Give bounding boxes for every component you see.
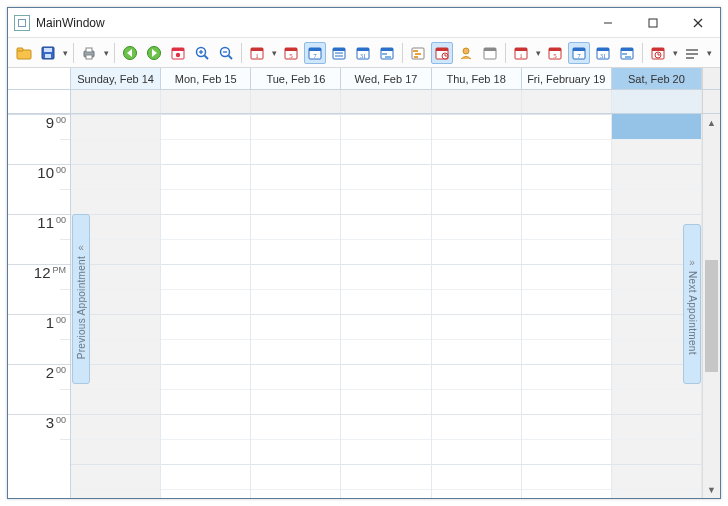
allday-cell[interactable] — [251, 90, 341, 113]
toolbar-separator — [505, 43, 506, 63]
more-views-icon[interactable] — [681, 42, 703, 64]
svg-rect-78 — [686, 53, 698, 55]
time-label: 1100 — [8, 214, 70, 264]
vertical-scrollbar[interactable]: ▲ ▼ — [702, 114, 720, 498]
svg-rect-42 — [382, 53, 387, 55]
workweek-view-icon[interactable]: 5 — [280, 42, 302, 64]
print-icon[interactable] — [78, 42, 100, 64]
svg-rect-41 — [381, 48, 393, 51]
svg-rect-79 — [686, 57, 694, 59]
allday-cell[interactable] — [432, 90, 522, 113]
svg-rect-71 — [625, 56, 631, 58]
prev-appointment-label: Previous Appointment — [76, 256, 87, 359]
svg-rect-57 — [515, 48, 527, 51]
week-view-icon[interactable]: 7 — [304, 42, 326, 64]
close-button[interactable] — [675, 8, 720, 37]
scrollbar-header-spacer — [702, 68, 720, 89]
svg-text:7: 7 — [313, 52, 317, 60]
svg-point-16 — [176, 52, 180, 56]
scrollbar-allday-spacer — [702, 90, 720, 113]
day-header[interactable]: Fri, February 19 — [522, 68, 612, 89]
zoom-out-icon[interactable] — [215, 42, 237, 64]
timeline-view-icon[interactable] — [376, 42, 398, 64]
day-header[interactable]: Thu, Feb 18 — [432, 68, 522, 89]
goto-today-icon[interactable] — [167, 42, 189, 64]
svg-line-18 — [205, 55, 209, 59]
day-header[interactable]: Wed, Feb 17 — [341, 68, 431, 89]
day-column[interactable] — [341, 114, 431, 498]
time-scale-icon-dropdown[interactable]: ▾ — [670, 48, 680, 58]
svg-rect-60 — [549, 48, 561, 51]
svg-rect-49 — [436, 48, 448, 51]
allday-cell[interactable] — [161, 90, 251, 113]
day-header[interactable]: Tue, Feb 16 — [251, 68, 341, 89]
toolbar-separator — [73, 43, 74, 63]
day-header[interactable]: Mon, Feb 15 — [161, 68, 251, 89]
resource-icon[interactable] — [455, 42, 477, 64]
day-column[interactable] — [522, 114, 612, 498]
time-label: 100 — [8, 314, 70, 364]
selected-time-slot[interactable] — [612, 114, 701, 139]
day-columns[interactable] — [71, 114, 702, 498]
snap-day-icon[interactable]: 1 — [510, 42, 532, 64]
svg-rect-10 — [86, 48, 92, 52]
svg-rect-43 — [385, 56, 391, 58]
svg-rect-8 — [45, 54, 51, 58]
svg-rect-11 — [86, 55, 92, 59]
print-icon-dropdown[interactable]: ▾ — [101, 48, 111, 58]
svg-rect-70 — [622, 53, 627, 55]
svg-rect-55 — [484, 48, 496, 51]
time-ruler: 9001000110012PM100200300 — [8, 114, 71, 498]
scroll-down-icon[interactable]: ▼ — [703, 481, 720, 498]
svg-point-53 — [463, 48, 469, 54]
svg-rect-63 — [573, 48, 585, 51]
time-scale-icon[interactable] — [647, 42, 669, 64]
allday-cell[interactable] — [341, 90, 431, 113]
day-column[interactable] — [432, 114, 522, 498]
time-label: 1000 — [8, 164, 70, 214]
snap-workweek-icon[interactable]: 5 — [544, 42, 566, 64]
open-folder-icon[interactable] — [13, 42, 35, 64]
allday-cell[interactable] — [612, 90, 702, 113]
fullweek-view-icon[interactable] — [328, 42, 350, 64]
group-none-icon[interactable] — [479, 42, 501, 64]
previous-appointment-strip[interactable]: « Previous Appointment — [72, 214, 90, 384]
toolbar: ▾▾1▾57311▾5731▾▾ — [8, 38, 720, 68]
day-column[interactable] — [161, 114, 251, 498]
month-view-icon[interactable]: 31 — [352, 42, 374, 64]
save-icon[interactable] — [37, 42, 59, 64]
svg-line-22 — [229, 55, 233, 59]
day-view-icon-dropdown[interactable]: ▾ — [269, 48, 279, 58]
snap-week-icon[interactable]: 7 — [568, 42, 590, 64]
svg-rect-1 — [649, 19, 657, 27]
maximize-button[interactable] — [630, 8, 675, 37]
snap-timeline-icon[interactable] — [616, 42, 638, 64]
nav-back-icon[interactable] — [119, 42, 141, 64]
scroll-up-icon[interactable]: ▲ — [703, 114, 720, 131]
svg-rect-46 — [415, 53, 421, 55]
more-views-icon-dropdown[interactable]: ▾ — [704, 48, 714, 58]
day-header[interactable]: Sat, Feb 20 — [612, 68, 702, 89]
snap-day-icon-dropdown[interactable]: ▾ — [533, 48, 543, 58]
svg-rect-31 — [309, 48, 321, 51]
chevron-right-icon: » — [689, 257, 695, 268]
zoom-in-icon[interactable] — [191, 42, 213, 64]
nav-forward-icon[interactable] — [143, 42, 165, 64]
day-column[interactable] — [251, 114, 341, 498]
scroll-thumb[interactable] — [705, 260, 718, 372]
day-header-row: Sunday, Feb 14Mon, Feb 15Tue, Feb 16Wed,… — [8, 68, 720, 90]
svg-rect-25 — [251, 48, 263, 51]
snap-month-icon[interactable]: 31 — [592, 42, 614, 64]
day-view-icon[interactable]: 1 — [246, 42, 268, 64]
allday-cell[interactable] — [71, 90, 161, 113]
allday-cell[interactable] — [522, 90, 612, 113]
svg-text:31: 31 — [600, 53, 606, 59]
next-appointment-strip[interactable]: » Next Appointment — [683, 224, 701, 384]
gantt-icon[interactable] — [407, 42, 429, 64]
minimize-button[interactable] — [585, 8, 630, 37]
day-header[interactable]: Sunday, Feb 14 — [71, 68, 161, 89]
save-icon-dropdown[interactable]: ▾ — [60, 48, 70, 58]
toolbar-separator — [241, 43, 242, 63]
toolbar-separator — [402, 43, 403, 63]
agenda-icon[interactable] — [431, 42, 453, 64]
